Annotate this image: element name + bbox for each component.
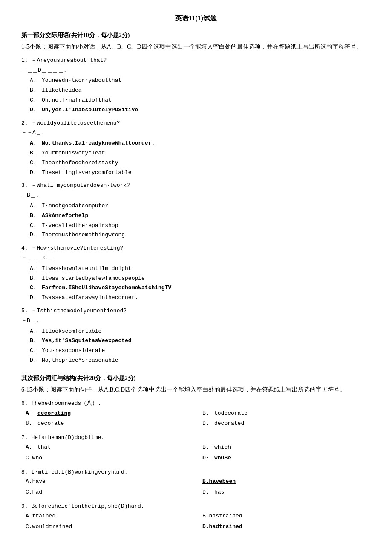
- option-label: A.: [30, 264, 42, 273]
- question-text: 4. －How·sthemovie?Interesting?: [21, 244, 371, 253]
- option-text: Thesettingisverycomfortable: [42, 169, 132, 177]
- option-label: C.: [30, 221, 42, 230]
- option-item[interactable]: B. todecorate: [202, 409, 371, 418]
- option-label: B.: [30, 149, 42, 158]
- option-label: C.: [30, 159, 42, 168]
- option-label: D.: [30, 106, 42, 115]
- option-item[interactable]: A.have: [26, 477, 194, 486]
- option-label: B.: [30, 86, 42, 95]
- option-text: Yourmenuisveryclear: [42, 149, 105, 158]
- option-item[interactable]: B. Yourmenuisveryclear: [30, 149, 371, 158]
- option-item[interactable]: 8. decorate: [26, 419, 194, 428]
- question-block: 7. Heistheman(D)dogbitme.A. thatB. which…: [21, 433, 371, 463]
- part2-questions: 6. Thebedroomneeds（八）.A· decoratingB. to…: [21, 399, 371, 532]
- option-text: I·vecalledtherepairshop: [42, 221, 118, 230]
- option-item[interactable]: B. ASkAnneforhelp: [30, 212, 371, 221]
- option-text: B.havebeen: [202, 477, 236, 486]
- question-block: 2. －Wouldyouliketoseethemenu? －－A＿.A. No…: [21, 119, 371, 177]
- option-text: Yes,it'SaSquietasWeexpected: [42, 337, 132, 346]
- option-item[interactable]: D.hadtrained: [202, 523, 371, 532]
- option-item[interactable]: A. that: [26, 443, 194, 452]
- option-item[interactable]: A. Itlookscomfortable: [30, 327, 371, 336]
- options-grid: A· decoratingB. todecorate8. decorateD. …: [21, 409, 371, 430]
- option-label: B.: [202, 409, 214, 418]
- answer-line: －－A＿.: [21, 128, 371, 137]
- option-item[interactable]: D. No,theprice*sreasonable: [30, 356, 371, 365]
- option-label: D·: [202, 454, 214, 463]
- option-item[interactable]: D. Oh,yes.I'InabsolutelyPOSitiVe: [30, 106, 371, 115]
- option-item[interactable]: B. which: [202, 443, 371, 452]
- option-text: has: [214, 488, 224, 497]
- answer-line: －＿＿D＿＿＿＿.: [21, 66, 371, 75]
- option-text: Theremustbesomethingwrong: [42, 231, 125, 240]
- option-item[interactable]: C. I·vecalledtherepairshop: [30, 221, 371, 230]
- option-label: C.: [30, 346, 42, 355]
- option-text: WhOSe: [214, 454, 231, 463]
- option-item[interactable]: D. Theremustbesomethingwrong: [30, 231, 371, 240]
- option-item[interactable]: C.had: [26, 488, 194, 497]
- option-item[interactable]: B.hastrained: [202, 512, 371, 521]
- question-text: 7. Heistheman(D)dogbitme.: [21, 433, 371, 442]
- option-text: B.hastrained: [202, 512, 242, 521]
- option-item[interactable]: A· decorating: [26, 409, 194, 418]
- option-label: D.: [202, 488, 214, 497]
- option-item[interactable]: A. I·mnotgoodatcomputer: [30, 202, 371, 211]
- option-item[interactable]: A.trained: [26, 512, 194, 521]
- option-label: B.: [30, 337, 42, 346]
- option-item[interactable]: B. Yes,it'SaSquietasWeexpected: [30, 337, 371, 346]
- question-block: 6. Thebedroomneeds（八）.A· decoratingB. to…: [21, 399, 371, 429]
- question-block: 9. Beforesheleftonthetrip,she(D)hard.A.t…: [21, 502, 371, 532]
- question-block: 8. I·mtired.I(B)workingveryhard.A.haveB.…: [21, 468, 371, 498]
- option-text: A.trained: [26, 512, 55, 521]
- page-title: 英语11(1)试题: [21, 13, 371, 24]
- option-text: Iwasseatedfarawayinthecorner.: [42, 293, 138, 302]
- option-text: C.had: [26, 488, 42, 497]
- option-item[interactable]: B. Itwas startedbyafewfamouspeople: [30, 274, 371, 283]
- option-text: No,theprice*sreasonable: [42, 356, 118, 365]
- option-label: D.: [30, 231, 42, 240]
- option-text: which: [214, 443, 231, 452]
- option-text: todecorate: [214, 409, 248, 418]
- option-item[interactable]: B.havebeen: [202, 477, 371, 486]
- option-text: decorating: [37, 409, 71, 418]
- option-item[interactable]: A. Itwasshownlateuntilmidnight: [30, 264, 371, 273]
- option-text: Oh,no.T·mafraidofthat: [42, 96, 112, 105]
- option-item[interactable]: C. Ihearthefoodhereistasty: [30, 159, 371, 168]
- option-label: D.: [30, 356, 42, 365]
- option-item[interactable]: C. You·resoconsiderate: [30, 346, 371, 355]
- question-text: 9. Beforesheleftonthetrip,she(D)hard.: [21, 502, 371, 511]
- option-label: A.: [26, 443, 37, 452]
- option-item[interactable]: C. Oh,no.T·mafraidofthat: [30, 96, 371, 105]
- option-item[interactable]: D· WhOSe: [202, 454, 371, 463]
- option-label: A.: [30, 139, 42, 148]
- option-item[interactable]: C.wouldtrained: [26, 523, 194, 532]
- option-text: decorate: [37, 419, 64, 428]
- options-grid: A.trainedB.hastrainedC.wouldtrainedD.had…: [21, 512, 371, 532]
- option-item[interactable]: A. Youneedn·tworryaboutthat: [30, 76, 371, 85]
- question-text: 6. Thebedroomneeds（八）.: [21, 399, 371, 408]
- option-item[interactable]: D. decorated: [202, 419, 371, 428]
- answer-line: －B＿.: [21, 191, 371, 200]
- option-item[interactable]: A. No,thanks.IalreadyknowWhattoorder.: [30, 139, 371, 148]
- part2-section: 其次部分词汇与结构(共计20分，每小题2分) 6-15小题：阅读下面的句子，从A…: [21, 374, 371, 532]
- answer-line: －B＿.: [21, 317, 371, 325]
- option-text: that: [37, 443, 51, 452]
- option-item[interactable]: C.who: [26, 454, 194, 463]
- question-block: 3. －Whatifmycomputerdoesn·twork? －B＿.A. …: [21, 181, 371, 240]
- option-item[interactable]: B. Iliketheidea: [30, 86, 371, 95]
- option-text: D.hadtrained: [202, 523, 242, 532]
- option-item[interactable]: D. Iwasseatedfarawayinthecorner.: [30, 293, 371, 302]
- options-grid: A. thatB. whichC.whoD· WhOSe: [21, 443, 371, 464]
- option-text: Itwas startedbyafewfamouspeople: [42, 274, 145, 283]
- option-text: You·resoconsiderate: [42, 346, 105, 355]
- question-block: 1. －Areyousureabout that? －＿＿D＿＿＿＿.A. Yo…: [21, 56, 371, 115]
- option-item[interactable]: D. has: [202, 488, 371, 497]
- option-item[interactable]: D. Thesettingisverycomfortable: [30, 169, 371, 177]
- option-item[interactable]: C. Farfrom.IShoUldhaveStayedhomeWatching…: [30, 284, 371, 293]
- option-label: D.: [202, 419, 214, 428]
- option-label: D.: [30, 293, 42, 302]
- option-text: Oh,yes.I'InabsolutelyPOSitiVe: [42, 106, 138, 115]
- option-label: C.: [30, 284, 42, 293]
- option-text: No,thanks.IalreadyknowWhattoorder.: [42, 139, 155, 148]
- part2-instruction: 6-15小题：阅读下面的句子，从A,B,C,D四个选项中选出一个能填入空白处的最…: [21, 385, 371, 395]
